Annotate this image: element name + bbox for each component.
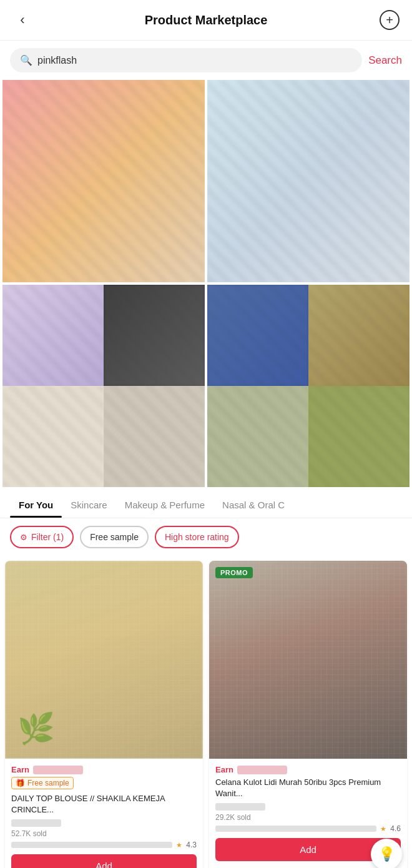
earn-row-1: Earn — [11, 765, 197, 774]
back-button[interactable]: ‹ — [12, 12, 32, 28]
header: ‹ Product Marketplace + — [0, 0, 412, 41]
earn-row-2: Earn — [215, 765, 401, 774]
filter-chip-filter[interactable]: ⚙ Filter (1) — [10, 526, 74, 548]
search-button[interactable]: Search — [368, 54, 402, 67]
product-info-1: Earn 🎁 Free sample DAILY TOP BLOUSE // S… — [5, 759, 203, 868]
earn-amount-1 — [33, 766, 83, 774]
filter-chip-high-rating[interactable]: High store rating — [155, 526, 239, 548]
free-sample-filter-label: Free sample — [90, 532, 139, 542]
filter-chip-free-sample[interactable]: Free sample — [80, 526, 149, 548]
filter-chip-label: Filter (1) — [31, 532, 64, 542]
product-image-2: PROMO — [209, 561, 407, 759]
tab-skincare[interactable]: Skincare — [62, 492, 115, 518]
grid-item-4[interactable] — [207, 285, 410, 487]
earn-amount-2 — [237, 766, 287, 774]
free-sample-text: Free sample — [27, 779, 69, 787]
earn-label-2: Earn — [215, 765, 233, 774]
add-button[interactable]: + — [380, 10, 400, 30]
search-input-wrapper: 🔍 — [10, 48, 362, 72]
search-icon: 🔍 — [20, 54, 32, 66]
filter-icon: ⚙ — [20, 533, 27, 542]
add-button-product-1[interactable]: Add — [11, 854, 197, 868]
fab-button[interactable]: 💡 — [371, 839, 402, 868]
free-sample-badge: 🎁 Free sample — [11, 777, 74, 789]
promo-badge: PROMO — [215, 567, 253, 578]
earn-label-1: Earn — [11, 765, 29, 774]
search-input[interactable] — [37, 55, 352, 66]
search-bar: 🔍 Search — [0, 41, 412, 80]
product-preview-grid — [0, 80, 412, 487]
products-grid: 🌿 Earn 🎁 Free sample DAILY TOP BLOUSE //… — [5, 561, 407, 868]
sold-count-1: 52.7K sold — [11, 829, 197, 838]
star-icon-2: ★ — [380, 825, 386, 833]
sold-count-2: 29.2K sold — [215, 813, 401, 822]
price-bar-1 — [11, 819, 61, 827]
grid-item-3[interactable] — [2, 285, 205, 487]
rating-bar-1 — [11, 842, 172, 848]
gift-icon: 🎁 — [16, 779, 25, 787]
rating-row-1: ★ 4.3 — [11, 841, 197, 849]
price-bar-2 — [215, 803, 265, 811]
plant-decoration: 🌿 — [17, 711, 55, 746]
product-image-1: 🌿 — [5, 561, 203, 759]
product-name-1: DAILY TOP BLOUSE // SHAKILA KEMEJA CRINC… — [11, 793, 197, 816]
page-title: Product Marketplace — [145, 13, 268, 27]
category-tabs: For You Skincare Makeup & Perfume Nasal … — [0, 492, 412, 518]
tab-makeup[interactable]: Makeup & Perfume — [116, 492, 213, 518]
filter-bar: ⚙ Filter (1) Free sample High store rati… — [0, 518, 412, 556]
product-card-1[interactable]: 🌿 Earn 🎁 Free sample DAILY TOP BLOUSE //… — [5, 561, 203, 868]
product-name-2: Celana Kulot Lidi Murah 50ribu 3pcs Prem… — [215, 777, 401, 799]
rating-row-2: ★ 4.6 — [215, 824, 401, 833]
rating-bar-2 — [215, 826, 376, 832]
high-rating-filter-label: High store rating — [165, 532, 229, 542]
grid-item-1[interactable] — [2, 80, 205, 282]
tab-nasal[interactable]: Nasal & Oral C — [213, 492, 293, 518]
star-icon-1: ★ — [176, 841, 182, 849]
product-card-2[interactable]: PROMO Earn Celana Kulot Lidi Murah 50rib… — [209, 561, 407, 868]
products-section: 🌿 Earn 🎁 Free sample DAILY TOP BLOUSE //… — [0, 556, 412, 868]
rating-value-1: 4.3 — [186, 841, 197, 849]
grid-item-2[interactable] — [207, 80, 410, 282]
rating-value-2: 4.6 — [390, 824, 401, 833]
tab-for-you[interactable]: For You — [10, 492, 62, 518]
